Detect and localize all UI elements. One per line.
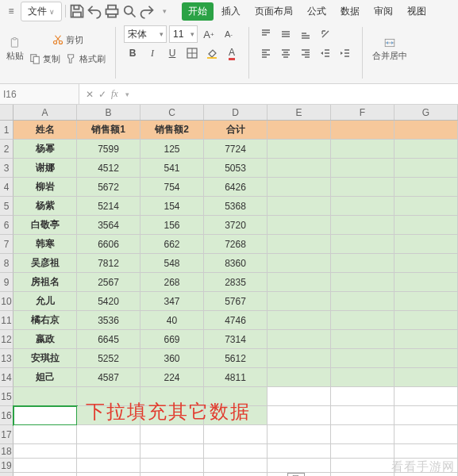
cell[interactable]: 妲己: [13, 368, 77, 387]
cell[interactable]: [267, 121, 331, 140]
cell[interactable]: 谢娜: [13, 159, 77, 178]
cell[interactable]: [394, 349, 458, 368]
align-middle-icon[interactable]: [277, 25, 294, 43]
cell[interactable]: [331, 311, 394, 330]
copy-button[interactable]: 复制: [28, 50, 62, 67]
cell[interactable]: 合计: [204, 121, 267, 140]
increase-font-icon[interactable]: A+: [200, 25, 217, 43]
cut-button[interactable]: 剪切: [28, 31, 107, 48]
cell[interactable]: [204, 459, 267, 473]
cell[interactable]: [394, 330, 458, 349]
cell[interactable]: [77, 459, 140, 473]
cell[interactable]: [394, 292, 458, 311]
cell[interactable]: [394, 140, 458, 159]
fill-color-button[interactable]: [203, 44, 221, 62]
cell[interactable]: 销售额1: [77, 121, 140, 140]
cell[interactable]: [77, 444, 140, 459]
cell[interactable]: 4746: [204, 311, 267, 330]
cell[interactable]: 5368: [204, 197, 267, 216]
row-header[interactable]: 8: [0, 254, 13, 273]
cell[interactable]: 5767: [204, 292, 267, 311]
cell[interactable]: [331, 197, 394, 216]
cell[interactable]: [331, 140, 394, 159]
cell[interactable]: [267, 159, 331, 178]
cell[interactable]: 5672: [77, 178, 140, 197]
row-header[interactable]: 6: [0, 216, 13, 235]
row-header[interactable]: 16: [0, 406, 13, 425]
cell[interactable]: [77, 387, 140, 406]
cell[interactable]: [204, 444, 267, 459]
row-header[interactable]: 11: [0, 311, 13, 330]
cell[interactable]: 360: [140, 349, 204, 368]
row-header[interactable]: 4: [0, 178, 13, 197]
cell[interactable]: [394, 273, 458, 292]
cell[interactable]: 156: [140, 216, 204, 235]
cell[interactable]: 8360: [204, 254, 267, 273]
cell[interactable]: [77, 425, 140, 444]
cell[interactable]: [204, 473, 267, 476]
cell[interactable]: [394, 311, 458, 330]
cell[interactable]: 3720: [204, 216, 267, 235]
cell[interactable]: 5214: [77, 197, 140, 216]
redo-icon[interactable]: [139, 3, 155, 19]
cell[interactable]: 柳岩: [13, 178, 77, 197]
cell[interactable]: [140, 406, 204, 425]
cell[interactable]: [267, 311, 331, 330]
cell[interactable]: 5420: [77, 292, 140, 311]
cell[interactable]: 5612: [204, 349, 267, 368]
cell[interactable]: 2835: [204, 273, 267, 292]
row-header[interactable]: 14: [0, 368, 13, 387]
merge-center-button[interactable]: 合并居中: [371, 25, 409, 73]
cell[interactable]: [394, 425, 458, 444]
cell[interactable]: 5252: [77, 349, 140, 368]
col-header[interactable]: D: [204, 105, 267, 120]
cell[interactable]: 杨幂: [13, 140, 77, 159]
cell[interactable]: [331, 387, 394, 406]
cell[interactable]: [394, 444, 458, 459]
cell[interactable]: [140, 459, 204, 473]
cell[interactable]: [331, 459, 394, 473]
cell[interactable]: [267, 292, 331, 311]
cell[interactable]: 5053: [204, 159, 267, 178]
cell[interactable]: [331, 235, 394, 254]
cell[interactable]: [13, 387, 77, 406]
cell[interactable]: [267, 273, 331, 292]
row-header[interactable]: 19: [0, 459, 13, 473]
cell[interactable]: [267, 235, 331, 254]
row-header[interactable]: 17: [0, 425, 13, 444]
cell[interactable]: [331, 406, 394, 425]
cell[interactable]: [331, 159, 394, 178]
ribbon-tab-6[interactable]: 视图: [401, 2, 433, 21]
cell[interactable]: [204, 406, 267, 425]
cell[interactable]: [267, 387, 331, 406]
row-header[interactable]: 2: [0, 140, 13, 159]
cell[interactable]: [13, 459, 77, 473]
ribbon-tab-2[interactable]: 页面布局: [248, 2, 299, 21]
ribbon-tab-0[interactable]: 开始: [182, 2, 214, 21]
cell[interactable]: 白敬亭: [13, 216, 77, 235]
col-header[interactable]: F: [331, 105, 394, 120]
row-header[interactable]: 13: [0, 349, 13, 368]
cell[interactable]: [267, 368, 331, 387]
cell[interactable]: [13, 473, 77, 476]
cell[interactable]: [331, 444, 394, 459]
cell[interactable]: 3536: [77, 311, 140, 330]
row-header[interactable]: 15: [0, 387, 13, 406]
print-icon[interactable]: [104, 3, 120, 19]
align-center-icon[interactable]: [277, 44, 294, 62]
cell[interactable]: 2567: [77, 273, 140, 292]
align-right-icon[interactable]: [297, 44, 314, 62]
cell[interactable]: 4587: [77, 368, 140, 387]
cell[interactable]: [140, 444, 204, 459]
cell[interactable]: [267, 444, 331, 459]
cell[interactable]: 房祖名: [13, 273, 77, 292]
cell[interactable]: 224: [140, 368, 204, 387]
cell[interactable]: [394, 387, 458, 406]
cell[interactable]: 吴彦祖: [13, 254, 77, 273]
col-header[interactable]: C: [140, 105, 204, 120]
cell[interactable]: [204, 425, 267, 444]
cell[interactable]: [394, 216, 458, 235]
cell[interactable]: [331, 273, 394, 292]
preview-icon[interactable]: [121, 3, 137, 19]
align-bottom-icon[interactable]: [297, 25, 314, 43]
